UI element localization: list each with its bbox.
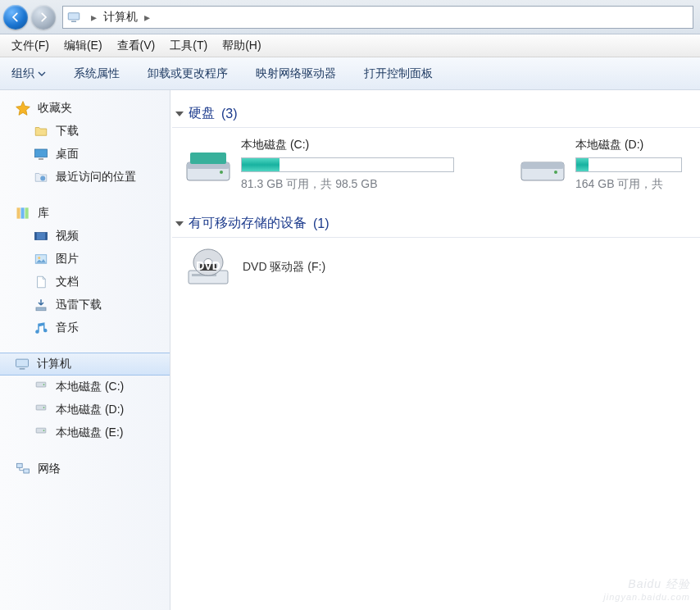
menu-view[interactable]: 查看(V) <box>112 37 161 55</box>
download-icon <box>33 297 49 313</box>
nav-bar: ▸ 计算机 ▸ <box>0 0 700 34</box>
drive-icon <box>33 379 49 395</box>
svg-rect-5 <box>17 207 20 218</box>
tree-favorites: 收藏夹 下载 桌面 最近访问的位置 <box>0 97 170 189</box>
computer-icon <box>14 356 30 372</box>
sidebar: 收藏夹 下载 桌面 最近访问的位置 库 视频 <box>0 90 170 610</box>
category-removable-header[interactable]: 有可移动存储的设备 (1) <box>172 208 700 238</box>
breadcrumb[interactable]: ▸ 计算机 ▸ <box>62 6 693 29</box>
sidebar-item-computer[interactable]: 计算机 <box>0 353 170 376</box>
svg-rect-7 <box>25 207 29 218</box>
sidebar-item-label: 图片 <box>56 252 79 266</box>
sidebar-item-libraries[interactable]: 库 <box>0 202 170 225</box>
svg-point-21 <box>43 430 45 431</box>
menu-help[interactable]: 帮助(H) <box>217 37 266 55</box>
sidebar-item-label: 本地磁盘 (C:) <box>56 380 124 394</box>
network-label: 网络 <box>38 462 61 476</box>
tree-computer: 计算机 本地磁盘 (C:) 本地磁盘 (D:) 本地磁盘 (E:) <box>0 353 170 444</box>
picture-icon <box>33 251 49 267</box>
toolbar-sysprops[interactable]: 系统属性 <box>74 66 120 81</box>
star-icon <box>15 100 31 116</box>
toolbar: 组织 系统属性 卸载或更改程序 映射网络驱动器 打开控制面板 <box>0 57 700 90</box>
toolbar-uninstall[interactable]: 卸载或更改程序 <box>148 66 228 81</box>
sidebar-item-network[interactable]: 网络 <box>0 458 170 480</box>
svg-rect-26 <box>190 152 226 164</box>
sidebar-item-drive-d[interactable]: 本地磁盘 (D:) <box>0 398 170 421</box>
svg-point-19 <box>43 407 45 408</box>
category-removable-count: (1) <box>313 216 330 231</box>
breadcrumb-separator[interactable]: ▸ <box>139 11 155 24</box>
drive-d[interactable]: 本地磁盘 (D:) 164 GB 可用，共 <box>520 138 700 192</box>
sidebar-item-pictures[interactable]: 图片 <box>0 248 170 271</box>
drive-name: 本地磁盘 (C:) <box>241 138 480 152</box>
svg-rect-14 <box>16 359 29 366</box>
collapse-icon <box>175 221 184 226</box>
drive-stats: 81.3 GB 可用，共 98.5 GB <box>241 177 480 192</box>
category-hdd-count: (3) <box>221 107 238 121</box>
sidebar-item-documents[interactable]: 文档 <box>0 271 170 294</box>
drive-usage-bar <box>575 157 682 172</box>
drive-stats: 164 GB 可用，共 <box>575 177 700 192</box>
category-hdd-header[interactable]: 硬盘 (3) <box>172 98 700 128</box>
sidebar-item-xunlei[interactable]: 迅雷下载 <box>0 294 170 316</box>
drive-c[interactable]: 本地磁盘 (C:) 81.3 GB 可用，共 98.5 GB <box>185 138 480 192</box>
libraries-label: 库 <box>38 206 49 221</box>
breadcrumb-separator: ▸ <box>86 11 102 24</box>
menu-edit[interactable]: 编辑(E) <box>59 37 107 55</box>
device-dvd[interactable]: DVD DVD 驱动器 (F:) <box>172 248 700 287</box>
hdd-row: 本地磁盘 (C:) 81.3 GB 可用，共 98.5 GB 本地 <box>172 138 700 192</box>
dvd-drive-icon: DVD <box>185 248 231 287</box>
svg-rect-1 <box>71 20 76 22</box>
music-icon <box>33 320 49 336</box>
network-icon <box>15 461 31 477</box>
nav-forward-button[interactable] <box>31 5 56 30</box>
drive-usage-bar <box>241 157 454 172</box>
drive-usage-fill <box>576 158 589 171</box>
drive-name: 本地磁盘 (D:) <box>575 138 700 152</box>
nav-back-button[interactable] <box>3 5 28 30</box>
arrow-left-icon <box>10 11 21 23</box>
toolbar-controlpanel[interactable]: 打开控制面板 <box>364 66 433 81</box>
sidebar-item-label: 音乐 <box>56 321 79 335</box>
tree-libraries: 库 视频 图片 文档 迅雷下载 音乐 <box>0 202 170 339</box>
watermark-main: Baidu 经验 <box>628 577 690 590</box>
svg-point-30 <box>554 171 557 174</box>
sidebar-item-label: 桌面 <box>56 147 79 162</box>
svg-rect-10 <box>45 233 47 240</box>
recent-icon <box>33 169 49 185</box>
category-hdd-title: 硬盘 <box>189 105 215 122</box>
sidebar-item-desktop[interactable]: 桌面 <box>0 143 170 166</box>
sidebar-item-favorites[interactable]: 收藏夹 <box>0 97 170 120</box>
drive-icon <box>33 425 49 441</box>
drive-usage-fill <box>242 158 280 171</box>
sidebar-item-drive-c[interactable]: 本地磁盘 (C:) <box>0 376 170 398</box>
svg-text:DVD: DVD <box>196 259 220 272</box>
breadcrumb-location[interactable]: 计算机 <box>102 10 139 25</box>
sidebar-item-downloads[interactable]: 下载 <box>0 120 170 143</box>
sidebar-item-label: 视频 <box>56 229 79 244</box>
toolbar-organize-label: 组织 <box>11 66 34 81</box>
toolbar-organize[interactable]: 组织 <box>11 66 46 81</box>
svg-rect-9 <box>35 233 37 240</box>
content-pane: 硬盘 (3) 本地磁盘 (C:) 81. <box>170 90 700 610</box>
menu-tools[interactable]: 工具(T) <box>165 37 212 55</box>
computer-icon <box>66 10 81 25</box>
sidebar-item-recent[interactable]: 最近访问的位置 <box>0 166 170 189</box>
favorites-label: 收藏夹 <box>38 101 72 116</box>
sidebar-item-drive-e[interactable]: 本地磁盘 (E:) <box>0 421 170 444</box>
hdd-icon <box>520 148 566 184</box>
sidebar-item-music[interactable]: 音乐 <box>0 316 170 339</box>
menu-file[interactable]: 文件(F) <box>7 37 54 55</box>
collapse-icon <box>175 112 184 116</box>
svg-rect-6 <box>21 207 25 218</box>
sidebar-item-label: 文档 <box>56 275 79 289</box>
sidebar-item-videos[interactable]: 视频 <box>0 225 170 248</box>
svg-rect-13 <box>36 307 46 311</box>
toolbar-mapdrive[interactable]: 映射网络驱动器 <box>256 66 336 81</box>
chevron-down-icon <box>38 70 46 78</box>
svg-point-27 <box>220 171 223 174</box>
device-name: DVD 驱动器 (F:) <box>243 260 325 275</box>
sidebar-item-label: 本地磁盘 (E:) <box>56 426 123 440</box>
svg-rect-29 <box>521 162 564 169</box>
folder-icon <box>33 123 49 139</box>
